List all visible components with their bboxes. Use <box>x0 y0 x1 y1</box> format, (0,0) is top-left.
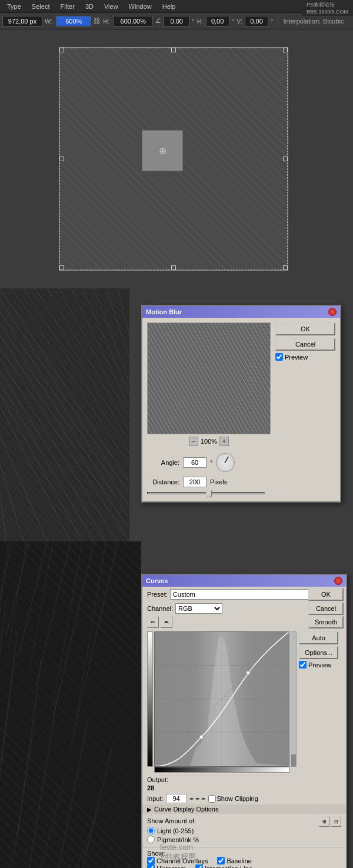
toolbar: W: ⛓ H: ∠ ° H: ° V: ° Interpolation: Bic… <box>0 13 353 29</box>
distance-label: Distance: <box>147 478 179 485</box>
handle-mid-left[interactable] <box>59 157 64 161</box>
curves-graph[interactable] <box>154 631 289 767</box>
svg-line-24 <box>0 300 129 494</box>
svg-line-39 <box>35 288 129 441</box>
motion-blur-preview-panel: − 100% + <box>147 322 271 446</box>
sample-highlight-icon[interactable]: ✒ <box>201 796 206 802</box>
svg-line-27 <box>0 335 129 530</box>
menu-3d[interactable]: 3D <box>81 2 98 11</box>
menu-type[interactable]: Type <box>2 2 26 11</box>
auto-button[interactable]: Auto <box>299 631 338 644</box>
show-clipping-checkbox[interactable] <box>208 795 216 803</box>
distance-slider-thumb[interactable] <box>206 490 212 497</box>
handle-top-mid[interactable] <box>171 48 176 52</box>
v-input[interactable] <box>245 16 268 26</box>
distance-slider-track[interactable] <box>147 492 265 494</box>
h2-input[interactable] <box>206 16 229 26</box>
preview-label: Preview <box>285 354 308 361</box>
svg-line-13 <box>0 541 9 618</box>
handle-bot-right[interactable] <box>283 265 288 270</box>
channel-select[interactable]: RGB <box>175 603 222 614</box>
channel-row: Channel: RGB Cancel <box>142 602 346 615</box>
motion-blur-close-button[interactable] <box>328 308 337 316</box>
smooth-button[interactable]: Smooth <box>308 616 344 628</box>
grid-small-button[interactable]: ⊞ <box>319 816 329 827</box>
curves-close-button[interactable] <box>334 577 342 585</box>
show-amount-header: Show Amount of: ⊞ ⊡ <box>147 816 341 827</box>
menu-window[interactable]: Window <box>124 2 156 11</box>
svg-line-26 <box>0 324 129 518</box>
cancel-button[interactable]: Cancel <box>275 338 335 351</box>
options-button[interactable]: Options... <box>299 646 338 659</box>
svg-line-35 <box>0 465 24 541</box>
cdo-label: Curve Display Options <box>154 806 218 813</box>
svg-line-3 <box>35 541 71 689</box>
ok-button[interactable]: OK <box>275 322 335 335</box>
menu-help[interactable]: Help <box>158 2 181 11</box>
graph-scrollbar[interactable] <box>291 631 297 767</box>
curves-preview-checkbox[interactable] <box>299 661 307 669</box>
pencil-tool-button[interactable]: ✏ <box>147 616 159 628</box>
handle-bot-left[interactable] <box>59 265 64 270</box>
curves-right-buttons: Auto Options... Preview <box>299 631 338 773</box>
svg-line-23 <box>0 288 129 483</box>
motion-blur-preview-image <box>147 322 271 434</box>
preset-select[interactable]: Custom <box>170 589 319 600</box>
menu-filter[interactable]: Filter <box>55 2 79 11</box>
dial-line <box>225 457 229 463</box>
watermark: fevte.com 飞特教程网 <box>0 843 353 862</box>
handle-top-right[interactable] <box>283 48 288 52</box>
svg-line-43 <box>82 288 129 394</box>
curves-titlebar: Curves <box>142 575 346 587</box>
svg-line-5 <box>71 541 118 747</box>
left-streaks-svg <box>0 288 129 541</box>
preview-zoom-controls: − 100% + <box>147 437 271 446</box>
graph-scrollbar-thumb[interactable] <box>291 754 296 766</box>
svg-line-45 <box>106 288 129 359</box>
menu-select[interactable]: Select <box>27 2 55 11</box>
watermark-site: fevte.com <box>160 843 193 852</box>
histogram-checkbox[interactable] <box>147 864 155 868</box>
intersection-check: Intersection Line <box>195 864 252 868</box>
zoom-in-button[interactable]: + <box>219 437 229 446</box>
angle-row: Angle: ° <box>147 453 335 472</box>
histogram-svg <box>155 632 289 766</box>
curves-preview-label: Preview <box>308 661 331 669</box>
preview-checkbox[interactable] <box>275 353 283 361</box>
width-input[interactable] <box>56 16 91 26</box>
svg-line-2 <box>18 541 47 659</box>
angle-input[interactable] <box>164 16 189 26</box>
menu-view[interactable]: View <box>99 2 123 11</box>
output-value: 28 <box>147 784 154 791</box>
x-position-input[interactable] <box>2 16 42 26</box>
grid-large-button[interactable]: ⊡ <box>331 816 341 827</box>
cdo-expand-icon[interactable]: ▶ <box>147 806 152 813</box>
eyedropper-tool-button[interactable]: ✒ <box>161 616 172 628</box>
sample-midtone-icon[interactable]: ✒ <box>195 796 200 802</box>
angle-input[interactable] <box>183 457 207 468</box>
height-input[interactable] <box>113 16 153 26</box>
svg-line-25 <box>0 312 129 506</box>
handle-bot-mid[interactable] <box>171 265 176 270</box>
sample-shadow-icon[interactable]: ✒ <box>189 796 194 802</box>
handle-mid-right[interactable] <box>283 157 288 161</box>
handle-top-left[interactable] <box>59 48 64 52</box>
zoom-out-button[interactable]: − <box>189 437 198 446</box>
zoom-percentage: 100% <box>201 438 217 445</box>
intersection-checkbox[interactable] <box>195 864 203 868</box>
light-radio[interactable] <box>147 827 155 834</box>
channel-label: Channel: <box>147 605 173 612</box>
input-value-field[interactable] <box>166 794 187 803</box>
svg-point-54 <box>199 735 203 739</box>
angle-symbol: ∠ <box>155 17 161 25</box>
angle-label: Angle: <box>147 459 179 466</box>
curves-ok-button[interactable]: OK <box>308 588 344 601</box>
histogram-check: Histogram <box>147 864 186 868</box>
curves-cancel-button[interactable]: Cancel <box>308 602 344 615</box>
svg-line-7 <box>0 600 6 706</box>
distance-input[interactable] <box>183 477 207 487</box>
angle-dial[interactable] <box>216 453 235 472</box>
svg-line-36 <box>0 494 6 541</box>
crosshair-icon: ⊕ <box>159 145 166 157</box>
show-clipping-row: Show Clipping <box>208 795 258 803</box>
